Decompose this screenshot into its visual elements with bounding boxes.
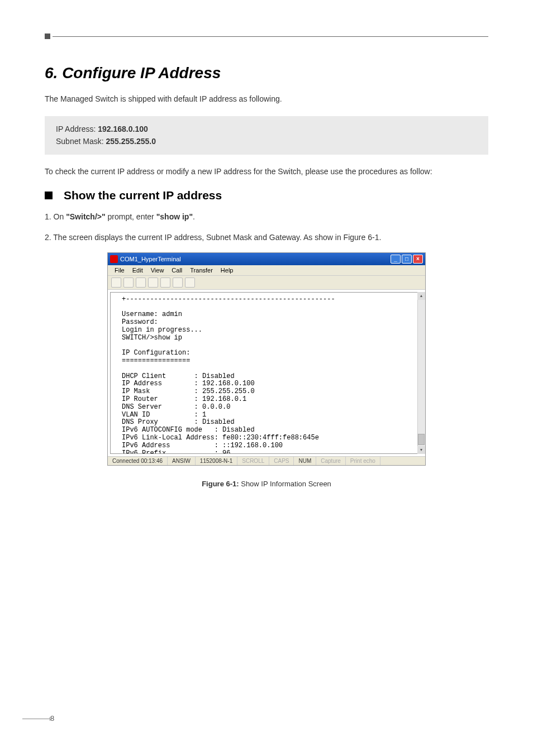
ip-label: IP Address: — [56, 125, 98, 133]
figure-text: Show IP Information Screen — [239, 480, 331, 488]
step1-bold2: "show ip" — [156, 212, 193, 221]
scroll-down-icon[interactable]: ▾ — [417, 446, 425, 454]
page-tick-icon — [22, 719, 50, 719]
status-capture: Capture — [316, 457, 346, 465]
title-bar-left: COM1_HyperTerminal — [110, 255, 181, 263]
step-2: 2. The screen displays the current IP ad… — [45, 231, 488, 243]
page-header-rule — [45, 34, 488, 39]
scroll-thumb[interactable] — [418, 434, 425, 445]
intro-text: The Managed Switch is shipped with defau… — [45, 93, 488, 105]
menu-transfer[interactable]: Transfer — [187, 266, 216, 274]
default-ip-box: IP Address: 192.168.0.100 Subnet Mask: 2… — [45, 116, 488, 155]
window-title: COM1_HyperTerminal — [120, 256, 181, 262]
tool-receive-icon[interactable] — [173, 277, 183, 288]
app-icon — [110, 255, 118, 263]
status-connected: Connected 00:13:46 — [108, 457, 168, 465]
tool-send-icon[interactable] — [160, 277, 170, 288]
header-square-icon — [45, 34, 50, 39]
scroll-up-icon[interactable]: ▴ — [417, 292, 425, 300]
scrollbar[interactable]: ▴ ▾ — [417, 292, 425, 454]
page-number: 8 — [50, 714, 54, 722]
menu-bar: File Edit View Call Transfer Help — [108, 265, 425, 276]
title-bar: COM1_HyperTerminal _ □ × — [108, 253, 425, 265]
terminal-output: +---------------------------------------… — [110, 292, 423, 454]
status-scroll: SCROLL — [237, 457, 269, 465]
tool-new-icon[interactable] — [111, 277, 121, 288]
menu-call[interactable]: Call — [168, 266, 185, 274]
terminal-window: COM1_HyperTerminal _ □ × File Edit View … — [107, 252, 426, 466]
step1-pre: 1. On — [45, 212, 66, 221]
step1-bold1: "Switch/>" — [66, 212, 105, 221]
tool-connect-icon[interactable] — [136, 277, 146, 288]
section-title: Show the current IP address — [64, 189, 222, 202]
menu-edit[interactable]: Edit — [129, 266, 146, 274]
status-echo: Print echo — [346, 457, 380, 465]
check-text: To check the current IP address or modif… — [45, 166, 488, 178]
status-settings: 1152008-N-1 — [196, 457, 237, 465]
step-1: 1. On "Switch/>" prompt, enter "show ip"… — [45, 210, 488, 223]
tool-disconnect-icon[interactable] — [148, 277, 158, 288]
figure-caption: Figure 6-1: Show IP Information Screen — [45, 480, 488, 488]
status-caps: CAPS — [269, 457, 294, 465]
mask-value: 255.255.255.0 — [106, 137, 156, 146]
maximize-button[interactable]: □ — [402, 255, 412, 264]
page-title: 6. Configure IP Address — [45, 64, 488, 82]
step1-mid: prompt, enter — [106, 212, 156, 221]
status-bar: Connected 00:13:46 ANSIW 1152008-N-1 SCR… — [108, 456, 425, 465]
terminal-outer: +---------------------------------------… — [108, 292, 425, 454]
menu-view[interactable]: View — [147, 266, 168, 274]
minimize-button[interactable]: _ — [391, 255, 401, 264]
tool-open-icon[interactable] — [123, 277, 134, 288]
section-header: Show the current IP address — [45, 189, 488, 202]
mask-label: Subnet Mask: — [56, 137, 106, 146]
page-number-value: 8 — [50, 714, 54, 722]
window-controls: _ □ × — [391, 255, 423, 264]
header-rule-line — [53, 36, 488, 37]
menu-file[interactable]: File — [111, 266, 128, 274]
tool-properties-icon[interactable] — [185, 277, 195, 288]
ip-value: 192.168.0.100 — [98, 125, 148, 133]
status-num: NUM — [294, 457, 316, 465]
figure-label: Figure 6-1: — [202, 480, 239, 488]
menu-help[interactable]: Help — [217, 266, 237, 274]
toolbar — [108, 276, 425, 290]
close-button[interactable]: × — [413, 255, 423, 264]
step1-post: . — [193, 212, 195, 221]
status-emulation: ANSIW — [168, 457, 196, 465]
bullet-square-icon — [45, 192, 53, 199]
